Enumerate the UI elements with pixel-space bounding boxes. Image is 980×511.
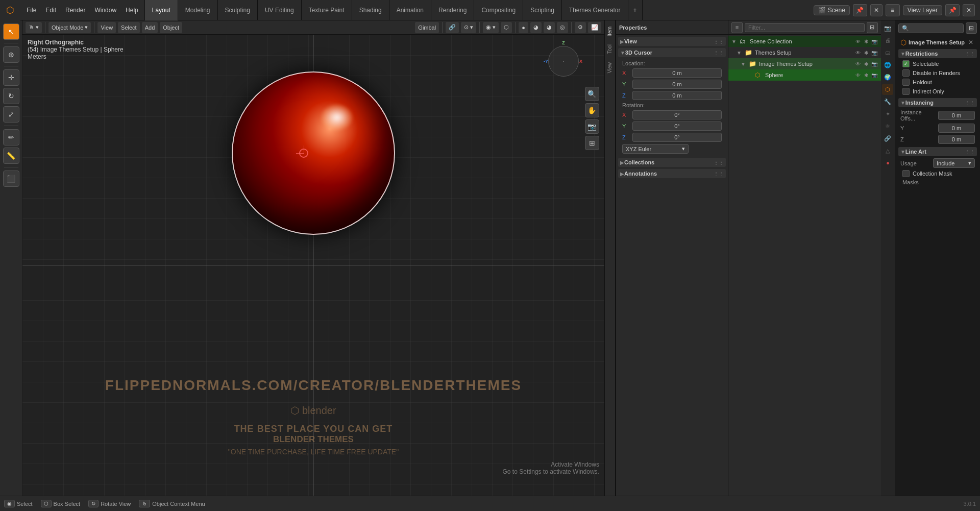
usage-select[interactable]: Include ▾ <box>933 158 975 168</box>
physics-props-icon[interactable]: ⚛ <box>882 120 893 132</box>
cursor-tool-button[interactable]: ⊕ <box>3 46 19 63</box>
modifier-props-icon[interactable]: 🔧 <box>882 96 893 107</box>
scene-selector[interactable]: 🎬 Scene <box>814 5 850 15</box>
render-mode-solid-button[interactable]: ● <box>519 22 528 33</box>
menu-window[interactable]: Window <box>90 5 120 16</box>
outliner-select-3[interactable]: ✱ <box>863 72 870 78</box>
viewlayer-close-button[interactable]: ✕ <box>963 4 975 16</box>
outliner-visibility-2[interactable]: 👁 <box>854 61 862 67</box>
cursor-section-header[interactable]: ▼ 3D Cursor ⋮⋮ <box>618 48 726 57</box>
xray-button[interactable]: ⬡ <box>501 22 512 33</box>
pan-button[interactable]: ✋ <box>585 103 599 117</box>
cursor-rz-field[interactable]: 0° <box>632 133 722 142</box>
collection-mask-checkbox[interactable] <box>902 170 910 177</box>
viewlayer-pin-button[interactable]: 📌 <box>945 4 960 16</box>
outliner-filter-button[interactable]: ⊟ <box>867 22 878 33</box>
tab-animation[interactable]: Animation <box>389 0 431 20</box>
view-layer-props-icon[interactable]: 🗂 <box>882 47 893 58</box>
viewlayer-selector[interactable]: View Layer <box>903 5 942 15</box>
material-props-icon[interactable]: ● <box>882 157 893 168</box>
output-props-icon[interactable]: 🖨 <box>882 35 893 46</box>
side-tab-view[interactable]: View <box>605 58 614 78</box>
add-workspace-button[interactable]: + <box>628 0 643 20</box>
outliner-visibility-3[interactable]: 👁 <box>854 72 862 78</box>
line-art-section-header[interactable]: ▼ Line Art ⋮⋮ <box>898 147 977 156</box>
outliner-render-2[interactable]: 📷 <box>871 61 878 67</box>
nav-axis-x[interactable]: X <box>579 59 582 64</box>
annotate-tool-button[interactable]: ✏ <box>3 129 19 145</box>
object-mode-button[interactable]: Object Mode ▾ <box>48 22 91 33</box>
select-tool-button[interactable]: ↖ <box>3 23 19 40</box>
tab-modeling[interactable]: Modeling <box>178 0 218 20</box>
tab-texture-paint[interactable]: Texture Paint <box>302 0 352 20</box>
obj-props-search[interactable]: 🔍 <box>898 23 964 33</box>
outliner-render-1[interactable]: 📷 <box>871 50 878 56</box>
select-menu-button[interactable]: Select <box>118 22 140 33</box>
grid-toggle-button[interactable]: ⊞ <box>585 136 599 150</box>
viewport-settings-button[interactable]: ⚙ <box>575 22 586 33</box>
restrictions-section-header[interactable]: ▼ Restrictions ⋮⋮ <box>898 49 977 58</box>
indirect-only-checkbox[interactable] <box>902 88 910 95</box>
tab-uv-editing[interactable]: UV Editing <box>258 0 302 20</box>
particles-props-icon[interactable]: ✦ <box>882 108 893 119</box>
outliner-themes-setup[interactable]: ▼ 📁 Themes Setup 👁 ✱ 📷 <box>728 47 881 58</box>
cursor-rx-field[interactable]: 0° <box>632 110 722 119</box>
outliner-render-3[interactable]: 📷 <box>871 72 878 78</box>
scene-browse-button[interactable]: ≡ <box>886 4 900 16</box>
proportional-edit-button[interactable]: ⊙ ▾ <box>461 22 476 33</box>
render-mode-eevee-button[interactable]: ◎ <box>557 22 568 33</box>
instance-z-field[interactable]: 0 m <box>938 135 975 144</box>
disable-renders-checkbox[interactable] <box>902 69 910 77</box>
collections-section-header[interactable]: ▶ Collections ⋮⋮ <box>618 158 726 167</box>
viewport-graph-button[interactable]: 📈 <box>588 22 601 33</box>
outliner-sphere[interactable]: ⬡ Sphere 👁 ✱ 📷 <box>728 69 881 81</box>
selectable-checkbox[interactable] <box>902 60 910 67</box>
outliner-editor-type-button[interactable]: ≡ <box>731 22 743 33</box>
outliner-select-1[interactable]: ✱ <box>863 50 870 56</box>
cursor-ry-field[interactable]: 0° <box>632 121 722 131</box>
viewport[interactable]: 🖱 ▾ Object Mode ▾ View Select Add Object… <box>22 20 604 496</box>
scene-close-button[interactable]: ✕ <box>870 4 883 16</box>
zoom-to-fit-button[interactable]: 🔍 <box>585 87 599 101</box>
tab-sculpting[interactable]: Sculpting <box>218 0 258 20</box>
obj-props-filter-button[interactable]: ⊟ <box>966 22 977 34</box>
data-props-icon[interactable]: △ <box>882 145 893 156</box>
tab-shading[interactable]: Shading <box>352 0 389 20</box>
menu-help[interactable]: Help <box>121 5 142 16</box>
overlay-button[interactable]: ◉ ▾ <box>483 22 499 33</box>
cursor-x-field[interactable]: 0 m <box>632 68 722 78</box>
view-section-header[interactable]: ▶ View ⋮⋮ <box>618 37 726 46</box>
nav-gizmo[interactable]: · X Z -Y <box>543 41 584 82</box>
menu-edit[interactable]: Edit <box>41 5 60 16</box>
outliner-image-themes-setup[interactable]: ▼ 📁 Image Themes Setup 👁 ✱ 📷 <box>728 58 881 69</box>
object-menu-button[interactable]: Object <box>160 22 182 33</box>
measure-tool-button[interactable]: 📏 <box>3 148 19 164</box>
add-menu-button[interactable]: Add <box>142 22 158 33</box>
instancing-section-header[interactable]: ▼ Instancing ⋮⋮ <box>898 98 977 107</box>
nav-circle[interactable]: · X Z -Y <box>548 46 579 77</box>
side-tab-tool[interactable]: Tool <box>605 40 614 58</box>
outliner-select-0[interactable]: ✱ <box>863 39 870 44</box>
outliner-scene-collection[interactable]: ▼ 🗂 Scene Collection 👁 ✱ 📷 <box>728 36 881 47</box>
move-tool-button[interactable]: ✛ <box>3 69 19 86</box>
instance-x-field[interactable]: 0 m <box>938 111 975 120</box>
outliner-visibility-1[interactable]: 👁 <box>854 50 862 56</box>
view-menu-button[interactable]: View <box>97 22 116 33</box>
nav-axis-z[interactable]: -Y <box>544 59 548 64</box>
menu-render[interactable]: Render <box>61 5 89 16</box>
editor-type-button[interactable]: 🖱 ▾ <box>26 22 42 33</box>
outliner-render-0[interactable]: 📷 <box>871 39 878 44</box>
menu-file[interactable]: File <box>22 5 40 16</box>
tab-layout[interactable]: Layout <box>145 0 178 20</box>
render-mode-mat-button[interactable]: ◕ <box>530 22 542 33</box>
annotations-section-header[interactable]: ▶ Annotations ⋮⋮ <box>618 169 726 178</box>
outliner-visibility-0[interactable]: 👁 <box>854 39 862 44</box>
rotate-tool-button[interactable]: ↻ <box>3 88 19 104</box>
add-primitive-button[interactable]: ⬛ <box>3 171 19 187</box>
tab-themes-generator[interactable]: Themes Generator <box>562 0 628 20</box>
tab-compositing[interactable]: Compositing <box>474 0 523 20</box>
constraints-props-icon[interactable]: 🔗 <box>882 133 893 144</box>
outliner-select-2[interactable]: ✱ <box>863 61 870 67</box>
instance-y-field[interactable]: 0 m <box>938 124 975 133</box>
outliner-search-input[interactable] <box>745 23 865 32</box>
